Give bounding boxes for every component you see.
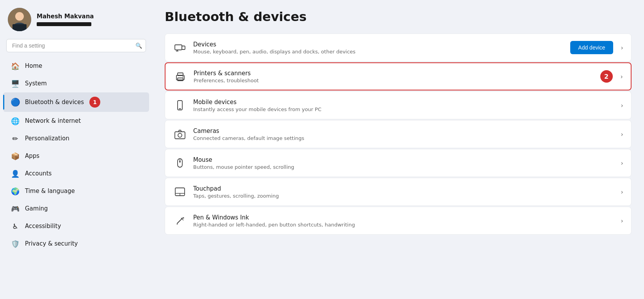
settings-item-cameras[interactable]: Cameras Connected cameras, default image… [165, 120, 632, 148]
cameras-subtitle: Connected cameras, default image setting… [193, 135, 612, 141]
network-icon: 🌐 [11, 117, 20, 125]
sidebar-item-label: Privacy & security [25, 240, 78, 247]
sidebar-item-system[interactable]: 🖥️ System [3, 75, 149, 92]
svg-point-18 [179, 161, 181, 162]
settings-item-touchpad[interactable]: Touchpad Taps, gestures, scrolling, zoom… [165, 178, 632, 206]
search-input[interactable] [6, 39, 146, 52]
apps-icon: 📦 [11, 152, 20, 160]
cameras-title: Cameras [193, 127, 612, 134]
sidebar-item-bluetooth[interactable]: 🔵 Bluetooth & devices 1 [3, 92, 149, 112]
sidebar-item-label: Home [25, 62, 42, 69]
mouse-actions: › [618, 159, 623, 167]
sidebar-item-label: Bluetooth & devices [25, 99, 84, 106]
devices-actions: Add device › [570, 41, 623, 54]
active-bar [3, 95, 4, 110]
svg-rect-5 [182, 46, 185, 50]
printers-chevron: › [621, 73, 623, 80]
sidebar-item-personalization[interactable]: ✏️ Personalization [3, 130, 149, 147]
svg-rect-3 [12, 24, 27, 31]
home-icon: 🏠 [11, 62, 20, 70]
sidebar-item-time[interactable]: 🌍 Time & language [3, 182, 149, 200]
bluetooth-icon: 🔵 [11, 98, 20, 106]
sidebar-item-label: Accessibility [25, 223, 61, 230]
sidebar-item-home[interactable]: 🏠 Home [3, 57, 149, 74]
sidebar-item-accounts[interactable]: 👤 Accounts [3, 165, 149, 182]
sidebar-item-label: Time & language [25, 188, 75, 195]
touchpad-text: Touchpad Taps, gestures, scrolling, zoom… [193, 185, 612, 199]
sidebar-item-privacy[interactable]: 🛡️ Privacy & security [3, 235, 149, 252]
sidebar: Mahesh Makvana 🔍 🏠 Home 🖥️ System 🔵 Blue… [0, 0, 152, 299]
mouse-icon [173, 156, 187, 170]
sidebar-item-apps[interactable]: 📦 Apps [3, 147, 149, 165]
printers-text: Printers & scanners Preferences, trouble… [194, 70, 594, 83]
mouse-subtitle: Buttons, mouse pointer speed, scrolling [193, 164, 612, 170]
pen-icon [173, 214, 187, 228]
settings-item-mouse[interactable]: Mouse Buttons, mouse pointer speed, scro… [165, 149, 632, 177]
sidebar-item-label: Gaming [25, 205, 48, 212]
mobile-text: Mobile devices Instantly access your mob… [193, 99, 612, 112]
mobile-title: Mobile devices [193, 99, 612, 106]
pen-actions: › [618, 217, 623, 225]
printers-badge: 2 [600, 70, 613, 83]
sidebar-item-accessibility[interactable]: ♿ Accessibility [3, 218, 149, 235]
svg-rect-4 [175, 45, 182, 50]
cameras-text: Cameras Connected cameras, default image… [193, 127, 612, 141]
touchpad-actions: › [618, 188, 623, 196]
sidebar-badge-1: 1 [89, 97, 100, 108]
settings-item-devices[interactable]: Devices Mouse, keyboard, pen, audio, dis… [165, 34, 632, 62]
settings-item-pen[interactable]: Pen & Windows Ink Right-handed or left-h… [165, 207, 632, 235]
printers-subtitle: Preferences, troubleshoot [194, 78, 594, 83]
user-info: Mahesh Makvana [37, 13, 94, 26]
svg-point-15 [178, 133, 182, 137]
cameras-icon [173, 127, 187, 141]
mobile-icon [173, 98, 187, 112]
sidebar-item-label: Network & internet [25, 117, 81, 124]
touchpad-icon [173, 185, 187, 199]
sidebar-item-gaming[interactable]: 🎮 Gaming [3, 200, 149, 217]
settings-item-mobile[interactable]: Mobile devices Instantly access your mob… [165, 91, 632, 119]
page-title: Bluetooth & devices [165, 9, 632, 24]
touchpad-title: Touchpad [193, 185, 612, 192]
touchpad-chevron: › [621, 188, 623, 196]
mobile-actions: › [618, 102, 623, 109]
printers-icon [173, 69, 187, 83]
touchpad-subtitle: Taps, gestures, scrolling, zooming [193, 193, 612, 199]
privacy-icon: 🛡️ [11, 239, 20, 248]
sidebar-item-network[interactable]: 🌐 Network & internet [3, 112, 149, 129]
devices-subtitle: Mouse, keyboard, pen, audio, displays an… [193, 49, 564, 55]
devices-chevron: › [621, 44, 623, 51]
user-profile: Mahesh Makvana [0, 0, 152, 37]
pen-chevron: › [621, 217, 623, 225]
mouse-text: Mouse Buttons, mouse pointer speed, scro… [193, 156, 612, 170]
cameras-chevron: › [621, 131, 623, 138]
svg-rect-10 [178, 78, 183, 81]
personalization-icon: ✏️ [11, 134, 20, 143]
search-box: 🔍 [6, 39, 146, 52]
svg-rect-14 [175, 132, 185, 139]
mouse-title: Mouse [193, 156, 612, 163]
printers-title: Printers & scanners [194, 70, 594, 77]
user-name: Mahesh Makvana [37, 13, 94, 20]
pen-subtitle: Right-handed or left-handed, pen button … [193, 222, 612, 228]
sidebar-item-label: Accounts [25, 170, 52, 177]
cameras-actions: › [618, 131, 623, 138]
svg-point-11 [183, 76, 183, 77]
svg-point-1 [15, 12, 24, 21]
sidebar-item-label: System [25, 80, 47, 87]
settings-list: Devices Mouse, keyboard, pen, audio, dis… [165, 34, 632, 235]
devices-icon [173, 41, 187, 55]
sidebar-item-label: Apps [25, 152, 39, 159]
mouse-chevron: › [621, 159, 623, 167]
printers-actions: 2 › [600, 70, 623, 83]
accessibility-icon: ♿ [11, 222, 20, 230]
pen-title: Pen & Windows Ink [193, 214, 612, 221]
settings-item-printers[interactable]: Printers & scanners Preferences, trouble… [165, 62, 632, 90]
add-device-button[interactable]: Add device [570, 41, 613, 54]
gaming-icon: 🎮 [11, 204, 20, 213]
mobile-chevron: › [621, 102, 623, 109]
system-icon: 🖥️ [11, 79, 20, 88]
main-content: Bluetooth & devices Devices Mouse, keybo… [152, 0, 644, 299]
pen-text: Pen & Windows Ink Right-handed or left-h… [193, 214, 612, 228]
sidebar-nav: 🏠 Home 🖥️ System 🔵 Bluetooth & devices 1… [0, 57, 152, 253]
avatar [8, 8, 31, 31]
